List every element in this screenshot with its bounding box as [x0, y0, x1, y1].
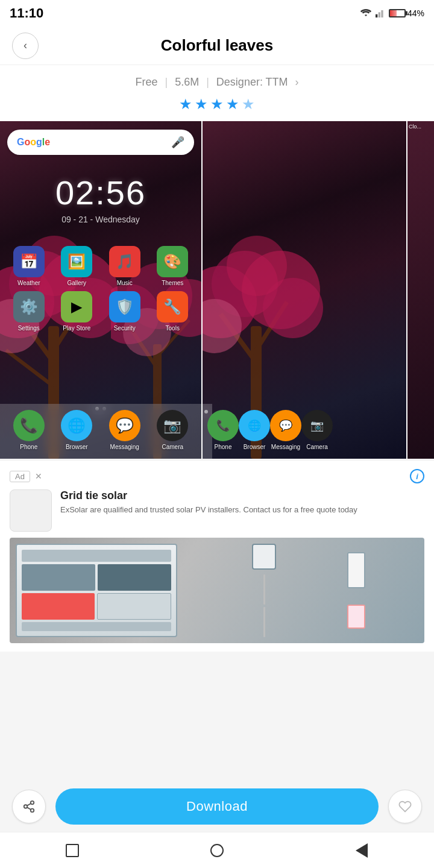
system-nav-bar	[0, 832, 434, 868]
ad-section: Ad ✕ i Grid tie solar ExSolar are qualif…	[0, 460, 434, 652]
app-playstore[interactable]: ▶ Play Store	[55, 291, 99, 332]
ad-thumbnail	[10, 489, 52, 532]
app-label-themes: Themes	[162, 280, 183, 286]
designer-label: Designer: TTM	[216, 76, 288, 89]
signal-icon	[376, 8, 385, 19]
app-themes[interactable]: 🎨 Themes	[151, 246, 195, 286]
bottom-dock-1: 📞 Phone 🌐 Browser 💬 Messaging 📷 Camera	[0, 404, 201, 459]
clock-display: 02:56 09 - 21 - Wednesday	[0, 173, 201, 224]
svg-rect-0	[376, 14, 377, 17]
star-5: ★	[242, 96, 255, 113]
dock2-messaging[interactable]: 💬 Messaging	[270, 410, 301, 450]
mic-icon: 🎤	[171, 136, 184, 149]
svg-point-25	[212, 251, 278, 317]
page-title: Colorful leaves	[161, 36, 273, 55]
ad-description: ExSolar are qualified and trusted solar …	[60, 505, 357, 515]
dock2-browser[interactable]: 🌐 Browser	[239, 410, 270, 450]
status-icons: 44%	[360, 7, 424, 19]
ad-info-icon[interactable]: i	[410, 469, 424, 483]
screenshots-container: Google 🎤 02:56 09 - 21 - Wednesday 📅 Wea…	[0, 121, 434, 459]
ad-close-button[interactable]: ✕	[35, 471, 42, 481]
battery-percent: 44%	[407, 8, 424, 18]
google-search-bar[interactable]: Google 🎤	[7, 130, 194, 155]
back-button[interactable]: ‹	[12, 33, 39, 59]
price-label: Free	[135, 76, 157, 89]
svg-rect-1	[379, 12, 380, 17]
app-music[interactable]: 🎵 Music	[103, 246, 146, 286]
ad-image	[10, 538, 424, 643]
battery-icon: 44%	[389, 8, 424, 18]
nav-recent-apps[interactable]	[64, 842, 81, 859]
svg-point-29	[227, 236, 287, 296]
svg-line-23	[256, 302, 287, 350]
meta-info: Free | 5.6M | Designer: TTM ›	[0, 65, 434, 92]
nav-back[interactable]	[353, 842, 370, 859]
wifi-icon	[360, 7, 372, 19]
ad-badge: Ad	[10, 471, 30, 482]
svg-line-33	[27, 807, 31, 810]
svg-point-32	[31, 809, 34, 813]
dock2-camera[interactable]: 📷 Camera	[301, 410, 333, 450]
google-logo: Google	[17, 137, 50, 148]
star-1: ★	[179, 96, 192, 113]
app-tools[interactable]: 🔧 Tools	[151, 291, 195, 332]
svg-point-26	[242, 251, 320, 329]
star-3: ★	[210, 96, 224, 113]
star-4: ★	[226, 96, 239, 113]
ad-header: Ad ✕ i	[10, 469, 424, 483]
size-label: 5.6M	[175, 76, 199, 89]
svg-line-22	[221, 314, 256, 362]
bottom-action-bar: Download	[0, 781, 434, 832]
app-label-weather: Weather	[17, 280, 40, 286]
header: ‹ Colorful leaves	[0, 27, 434, 65]
svg-point-31	[24, 805, 28, 808]
star-2: ★	[195, 96, 208, 113]
status-time: 11:10	[10, 5, 43, 21]
status-bar: 11:10 44%	[0, 0, 434, 27]
screenshot-2[interactable]: 2:56 PM 📅 Calendar 📒 Notes ✉️ Mail	[203, 121, 406, 459]
screenshot-1[interactable]: Google 🎤 02:56 09 - 21 - Wednesday 📅 Wea…	[0, 121, 201, 459]
app-weather[interactable]: 📅 Weather	[7, 246, 51, 286]
share-button[interactable]	[12, 790, 46, 823]
favorite-button[interactable]	[388, 790, 422, 823]
screenshot-3-partial[interactable]: Clo...	[407, 121, 434, 459]
svg-line-34	[27, 804, 31, 806]
dock-phone[interactable]: 📞 Phone	[13, 410, 45, 450]
download-button[interactable]: Download	[55, 788, 379, 825]
app-settings[interactable]: ⚙️ Settings	[7, 291, 51, 332]
bottom-dock-2: 📞 Phone 🌐 Browser 💬 Messaging 📷 Camera	[203, 404, 212, 459]
clock-time: 02:56	[0, 173, 201, 212]
clock-date: 09 - 21 - Wednesday	[0, 215, 201, 224]
svg-point-27	[203, 299, 242, 353]
dock-browser[interactable]: 🌐 Browser	[61, 410, 92, 450]
svg-point-30	[31, 801, 34, 805]
partial-screen-label: Clo...	[407, 121, 434, 132]
app-security[interactable]: 🛡️ Security	[103, 291, 146, 332]
dock-camera[interactable]: 📷 Camera	[157, 410, 188, 450]
nav-home[interactable]	[209, 842, 225, 859]
ad-title: Grid tie solar	[60, 489, 357, 502]
app-gallery[interactable]: 🖼️ Gallery	[55, 246, 99, 286]
ad-text: Grid tie solar ExSolar are qualified and…	[60, 489, 357, 515]
dock-messaging[interactable]: 💬 Messaging	[109, 410, 140, 450]
svg-point-24	[203, 266, 257, 338]
svg-point-28	[263, 278, 323, 338]
star-rating: ★ ★ ★ ★ ★	[0, 92, 434, 121]
dock2-phone[interactable]: 📞 Phone	[207, 410, 239, 450]
ad-content: Grid tie solar ExSolar are qualified and…	[10, 489, 424, 532]
svg-rect-2	[381, 10, 383, 17]
designer-arrow[interactable]: ›	[295, 76, 299, 89]
app-label-playstore: Play Store	[63, 325, 90, 332]
app-grid-screen1: 📅 Weather 🖼️ Gallery 🎵 Music 🎨 Themes	[0, 236, 201, 341]
svg-rect-3	[376, 8, 385, 8]
